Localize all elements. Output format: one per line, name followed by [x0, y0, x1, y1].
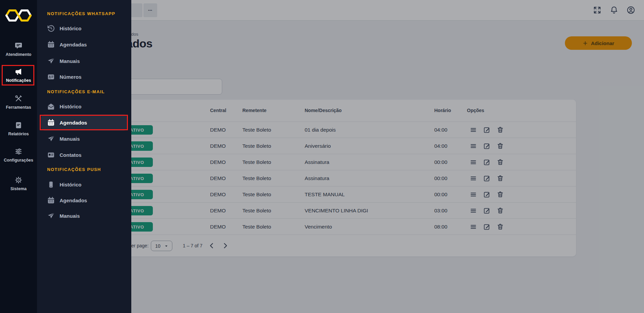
cell-central: DEMO	[210, 203, 226, 219]
fullscreen-button[interactable]	[593, 6, 602, 14]
menu-item-email-contatos[interactable]: Contatos	[41, 147, 127, 163]
row-edit-button[interactable]	[483, 126, 490, 134]
more-tabs-label: •••	[148, 9, 152, 12]
chevron-right-icon	[221, 242, 229, 250]
trash-icon	[497, 191, 504, 198]
evo-logo[interactable]	[5, 8, 32, 24]
phone-icon	[47, 181, 55, 188]
sidebar-item-relatorios[interactable]: Relatórios	[0, 121, 37, 136]
row-edit-button[interactable]	[483, 142, 490, 150]
cell-horario: 04:00	[434, 122, 447, 138]
evo-logo-icon	[5, 8, 32, 23]
calendar-icon	[47, 119, 55, 127]
more-tabs-button[interactable]: •••	[143, 3, 157, 17]
row-details-button[interactable]	[470, 207, 477, 214]
expand-icon	[593, 6, 602, 14]
row-delete-button[interactable]	[497, 191, 504, 198]
menu-item-whatsapp-historico[interactable]: Histórico	[41, 20, 127, 36]
history-icon	[47, 25, 55, 32]
send-icon	[47, 212, 55, 220]
cell-horario: 04:00	[434, 138, 447, 154]
hamburger-icon	[470, 175, 477, 182]
hamburger-icon	[470, 207, 477, 214]
menu-item-whatsapp-numeros[interactable]: Números	[41, 69, 127, 85]
row-edit-button[interactable]	[483, 207, 490, 214]
sidebar-item-label: Relatórios	[8, 132, 29, 136]
row-details-button[interactable]	[470, 126, 477, 134]
trash-icon	[497, 142, 504, 150]
row-delete-button[interactable]	[497, 159, 504, 166]
sidebar-item-ferramentas[interactable]: Ferramentas	[0, 95, 37, 110]
row-delete-button[interactable]	[497, 223, 504, 231]
row-details-button[interactable]	[470, 159, 477, 166]
tools-icon	[14, 95, 23, 103]
hamburger-icon	[470, 142, 477, 150]
notifications-flyout-menu: NOTIFICAÇÕES WHATSAPP Histórico Agendada…	[37, 0, 131, 313]
row-edit-button[interactable]	[483, 175, 490, 182]
menu-section-title-whatsapp: NOTIFICAÇÕES WHATSAPP	[47, 11, 115, 16]
row-delete-button[interactable]	[497, 175, 504, 182]
menu-section-title-email: NOTIFICAÇÕES E-MAIL	[47, 89, 105, 94]
hamburger-icon	[470, 223, 477, 231]
cell-central: DEMO	[210, 186, 226, 203]
column-header-horario: Horário	[434, 100, 451, 121]
cell-nome: VENCIMENTO LINHA DIGI	[305, 203, 368, 219]
sidebar-item-atendimento[interactable]: Atendimento	[0, 42, 37, 57]
menu-item-label: Agendados	[60, 198, 87, 203]
pagination-range: 1 – 7 of 7	[183, 235, 202, 257]
contacts-icon	[47, 151, 55, 159]
menu-item-label: Histórico	[60, 26, 81, 31]
row-details-button[interactable]	[470, 191, 477, 198]
row-delete-button[interactable]	[497, 142, 504, 150]
send-icon	[47, 57, 55, 65]
notifications-bell-button[interactable]	[610, 6, 618, 14]
sidebar-item-label: Sistema	[10, 186, 27, 191]
sidebar-item-notificacoes[interactable]: Notificações	[0, 68, 37, 83]
row-delete-button[interactable]	[497, 207, 504, 214]
edit-icon	[483, 175, 490, 182]
menu-item-push-manuais[interactable]: Manuais	[41, 208, 127, 224]
add-button[interactable]: Adicionar	[565, 36, 632, 50]
menu-item-label: Contatos	[60, 152, 81, 158]
edit-icon	[483, 223, 490, 231]
row-details-button[interactable]	[470, 142, 477, 150]
menu-item-push-agendados[interactable]: Agendados	[41, 192, 127, 208]
chat-icon	[14, 42, 23, 50]
row-delete-button[interactable]	[497, 126, 504, 134]
menu-item-whatsapp-agendadas[interactable]: Agendadas	[41, 36, 127, 53]
row-edit-button[interactable]	[483, 159, 490, 166]
menu-item-push-historico[interactable]: Histórico	[41, 176, 127, 193]
menu-item-email-historico[interactable]: Histórico	[41, 98, 127, 114]
megaphone-icon	[14, 68, 23, 76]
gear-icon	[14, 176, 23, 184]
column-header-nome: Nome/Descrição	[305, 100, 342, 121]
column-header-central: Central	[210, 100, 226, 121]
row-edit-button[interactable]	[483, 223, 490, 231]
menu-item-email-agendados[interactable]: Agendados	[41, 114, 127, 131]
cell-nome: Vencimento	[305, 219, 332, 235]
per-page-select[interactable]: 10	[151, 241, 172, 251]
trash-icon	[497, 126, 504, 134]
menu-item-email-manuais[interactable]: Manuais	[41, 131, 127, 147]
edit-icon	[483, 126, 490, 134]
previous-page-button[interactable]	[208, 242, 216, 250]
column-header-opcoes: Opções	[467, 100, 484, 121]
column-header-remetente: Remetente	[242, 100, 267, 121]
sidebar-item-configuracoes[interactable]: Configurações	[0, 147, 37, 163]
cell-nome: Assinatura	[305, 154, 329, 170]
row-details-button[interactable]	[470, 223, 477, 231]
edit-icon	[483, 159, 490, 166]
sidebar-item-sistema[interactable]: Sistema	[0, 176, 37, 191]
menu-item-whatsapp-manuais[interactable]: Manuais	[41, 53, 127, 69]
hamburger-icon	[470, 159, 477, 166]
row-details-button[interactable]	[470, 175, 477, 182]
contact-card-icon	[47, 73, 55, 81]
account-button[interactable]	[626, 6, 635, 14]
cell-horario: 00:00	[434, 186, 447, 203]
calendar-icon	[47, 41, 55, 48]
cell-remetente: Teste Boleto	[242, 122, 271, 138]
row-edit-button[interactable]	[483, 191, 490, 198]
next-page-button[interactable]	[221, 242, 229, 250]
menu-item-label: Manuais	[60, 58, 80, 64]
app-sidebar: Atendimento Notificações Ferramentas Rel…	[0, 0, 37, 313]
